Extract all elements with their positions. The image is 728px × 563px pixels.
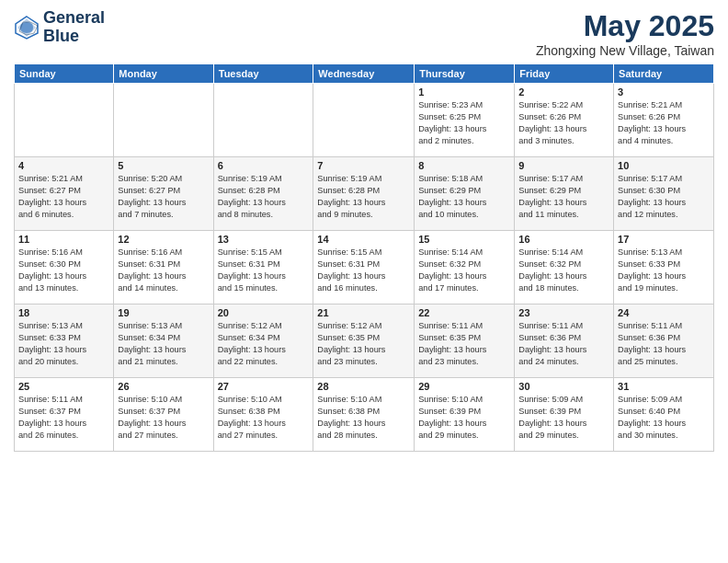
calendar-cell: 22Sunrise: 5:11 AMSunset: 6:35 PMDayligh…: [415, 304, 515, 378]
day-number: 16: [518, 234, 609, 245]
calendar-cell: 23Sunrise: 5:11 AMSunset: 6:36 PMDayligh…: [515, 304, 614, 378]
day-number: 18: [18, 307, 109, 318]
day-content: Sunrise: 5:15 AMSunset: 6:31 PMDaylight:…: [317, 247, 410, 294]
day-number: 19: [118, 307, 209, 318]
day-content: Sunrise: 5:18 AMSunset: 6:29 PMDaylight:…: [418, 173, 510, 221]
calendar-cell: 11Sunrise: 5:16 AMSunset: 6:30 PMDayligh…: [15, 231, 114, 304]
day-number: 25: [18, 381, 109, 392]
calendar-cell: 12Sunrise: 5:16 AMSunset: 6:31 PMDayligh…: [114, 231, 213, 304]
day-number: 22: [418, 307, 510, 318]
calendar-cell: 6Sunrise: 5:19 AMSunset: 6:28 PMDaylight…: [213, 157, 313, 231]
logo-line2: Blue: [43, 28, 105, 46]
calendar-week-1: 1Sunrise: 5:23 AMSunset: 6:25 PMDaylight…: [15, 84, 714, 157]
day-content: Sunrise: 5:09 AMSunset: 6:39 PMDaylight:…: [518, 394, 609, 442]
day-content: Sunrise: 5:13 AMSunset: 6:33 PMDaylight:…: [618, 247, 710, 294]
day-content: Sunrise: 5:10 AMSunset: 6:38 PMDaylight:…: [218, 394, 310, 442]
day-number: 31: [618, 381, 710, 392]
day-number: 30: [518, 381, 609, 392]
day-content: Sunrise: 5:15 AMSunset: 6:31 PMDaylight:…: [218, 247, 310, 294]
calendar-cell: [213, 84, 313, 157]
day-content: Sunrise: 5:11 AMSunset: 6:36 PMDaylight:…: [518, 320, 609, 368]
day-number: 14: [317, 234, 410, 245]
main-title: May 2025: [536, 9, 714, 43]
calendar-cell: [15, 84, 114, 157]
day-number: 12: [118, 234, 209, 245]
day-content: Sunrise: 5:17 AMSunset: 6:30 PMDaylight:…: [618, 173, 710, 221]
calendar-cell: 26Sunrise: 5:10 AMSunset: 6:37 PMDayligh…: [114, 378, 213, 452]
day-content: Sunrise: 5:17 AMSunset: 6:29 PMDaylight:…: [518, 173, 609, 221]
calendar-week-2: 4Sunrise: 5:21 AMSunset: 6:27 PMDaylight…: [15, 157, 714, 231]
day-content: Sunrise: 5:11 AMSunset: 6:36 PMDaylight:…: [618, 320, 710, 368]
day-number: 10: [618, 160, 710, 171]
calendar-week-5: 25Sunrise: 5:11 AMSunset: 6:37 PMDayligh…: [15, 378, 714, 452]
weekday-header-tuesday: Tuesday: [213, 64, 313, 84]
day-content: Sunrise: 5:22 AMSunset: 6:26 PMDaylight:…: [518, 99, 609, 147]
logo-icon: [14, 15, 40, 40]
day-number: 24: [618, 307, 710, 318]
calendar-cell: 10Sunrise: 5:17 AMSunset: 6:30 PMDayligh…: [614, 157, 714, 231]
day-content: Sunrise: 5:10 AMSunset: 6:38 PMDaylight:…: [317, 394, 410, 442]
day-number: 8: [418, 160, 510, 171]
day-content: Sunrise: 5:09 AMSunset: 6:40 PMDaylight:…: [618, 394, 710, 442]
day-number: 13: [218, 234, 310, 245]
calendar-cell: 17Sunrise: 5:13 AMSunset: 6:33 PMDayligh…: [614, 231, 714, 304]
day-number: 9: [518, 160, 609, 171]
day-number: 4: [18, 160, 109, 171]
day-number: 21: [317, 307, 410, 318]
day-content: Sunrise: 5:10 AMSunset: 6:37 PMDaylight:…: [118, 394, 209, 442]
day-content: Sunrise: 5:19 AMSunset: 6:28 PMDaylight:…: [317, 173, 410, 221]
day-number: 17: [618, 234, 710, 245]
calendar-cell: 14Sunrise: 5:15 AMSunset: 6:31 PMDayligh…: [313, 231, 415, 304]
calendar-cell: 9Sunrise: 5:17 AMSunset: 6:29 PMDaylight…: [515, 157, 614, 231]
calendar-cell: 5Sunrise: 5:20 AMSunset: 6:27 PMDaylight…: [114, 157, 213, 231]
day-number: 3: [618, 86, 710, 98]
day-content: Sunrise: 5:14 AMSunset: 6:32 PMDaylight:…: [518, 247, 609, 294]
calendar-cell: 15Sunrise: 5:14 AMSunset: 6:32 PMDayligh…: [415, 231, 515, 304]
day-content: Sunrise: 5:16 AMSunset: 6:30 PMDaylight:…: [18, 247, 109, 294]
title-block: May 2025 Zhongxing New Village, Taiwan: [536, 9, 714, 58]
day-number: 27: [218, 381, 310, 392]
day-number: 2: [518, 86, 609, 98]
day-content: Sunrise: 5:13 AMSunset: 6:33 PMDaylight:…: [18, 320, 109, 368]
day-number: 20: [218, 307, 310, 318]
header: General Blue May 2025 Zhongxing New Vill…: [14, 9, 714, 58]
day-number: 5: [118, 160, 209, 171]
day-content: Sunrise: 5:21 AMSunset: 6:26 PMDaylight:…: [618, 99, 710, 147]
weekday-header-friday: Friday: [515, 64, 614, 84]
subtitle: Zhongxing New Village, Taiwan: [536, 43, 714, 58]
logo: General Blue: [14, 9, 105, 46]
calendar-cell: 16Sunrise: 5:14 AMSunset: 6:32 PMDayligh…: [515, 231, 614, 304]
day-content: Sunrise: 5:10 AMSunset: 6:39 PMDaylight:…: [418, 394, 510, 442]
weekday-header-thursday: Thursday: [415, 64, 515, 84]
calendar-cell: 8Sunrise: 5:18 AMSunset: 6:29 PMDaylight…: [415, 157, 515, 231]
calendar-cell: 20Sunrise: 5:12 AMSunset: 6:34 PMDayligh…: [213, 304, 313, 378]
logo-line1: General: [43, 9, 105, 28]
calendar-page: General Blue May 2025 Zhongxing New Vill…: [0, 0, 728, 563]
calendar-cell: 18Sunrise: 5:13 AMSunset: 6:33 PMDayligh…: [15, 304, 114, 378]
calendar-cell: 25Sunrise: 5:11 AMSunset: 6:37 PMDayligh…: [15, 378, 114, 452]
calendar-cell: 31Sunrise: 5:09 AMSunset: 6:40 PMDayligh…: [614, 378, 714, 452]
weekday-header-sunday: Sunday: [15, 64, 114, 84]
day-number: 6: [218, 160, 310, 171]
calendar-cell: 3Sunrise: 5:21 AMSunset: 6:26 PMDaylight…: [614, 84, 714, 157]
day-number: 23: [518, 307, 609, 318]
calendar-cell: 21Sunrise: 5:12 AMSunset: 6:35 PMDayligh…: [313, 304, 415, 378]
day-number: 15: [418, 234, 510, 245]
day-number: 7: [317, 160, 410, 171]
day-content: Sunrise: 5:11 AMSunset: 6:35 PMDaylight:…: [418, 320, 510, 368]
day-number: 29: [418, 381, 510, 392]
day-number: 28: [317, 381, 410, 392]
calendar-cell: [313, 84, 415, 157]
calendar-cell: 27Sunrise: 5:10 AMSunset: 6:38 PMDayligh…: [213, 378, 313, 452]
calendar-cell: [114, 84, 213, 157]
day-content: Sunrise: 5:23 AMSunset: 6:25 PMDaylight:…: [418, 99, 510, 147]
calendar-cell: 1Sunrise: 5:23 AMSunset: 6:25 PMDaylight…: [415, 84, 515, 157]
day-number: 11: [18, 234, 109, 245]
weekday-header-saturday: Saturday: [614, 64, 714, 84]
weekday-header-monday: Monday: [114, 64, 213, 84]
day-number: 1: [418, 86, 510, 98]
day-content: Sunrise: 5:12 AMSunset: 6:35 PMDaylight:…: [317, 320, 410, 368]
calendar-table: SundayMondayTuesdayWednesdayThursdayFrid…: [14, 63, 714, 452]
calendar-cell: 28Sunrise: 5:10 AMSunset: 6:38 PMDayligh…: [313, 378, 415, 452]
calendar-week-3: 11Sunrise: 5:16 AMSunset: 6:30 PMDayligh…: [15, 231, 714, 304]
